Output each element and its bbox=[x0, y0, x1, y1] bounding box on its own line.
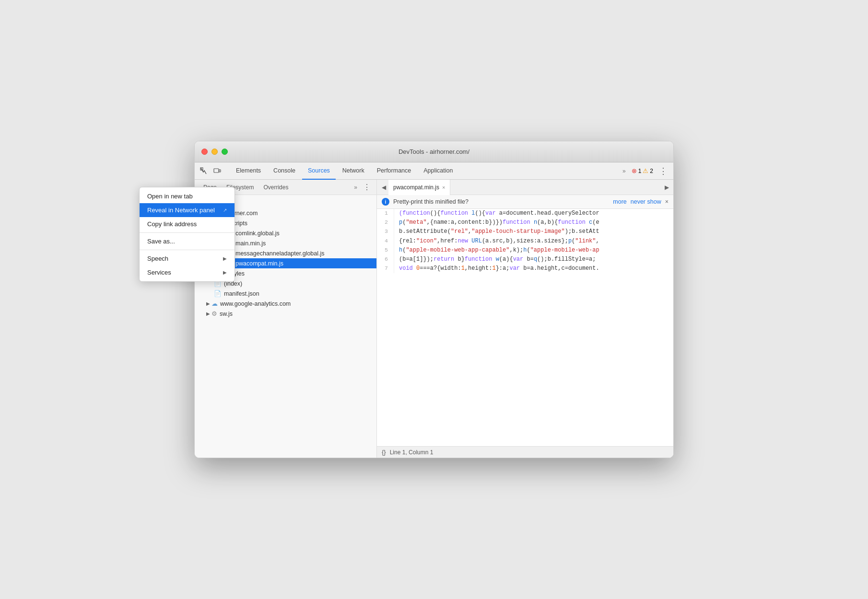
ctx-services[interactable]: Services ▶ bbox=[194, 265, 235, 279]
right-panel: ◀ pwacompat.min.js × ▶ i Pretty-print th… bbox=[377, 180, 673, 458]
code-line-7: 7 void 0===a?{width:1,height:1}:a;var b=… bbox=[377, 264, 673, 273]
code-line-1: 1 (function(){function l(){var a=documen… bbox=[377, 209, 673, 218]
code-text: b.setAttribute("rel","apple-touch-startu… bbox=[399, 227, 599, 236]
warn-count: 2 bbox=[650, 168, 653, 174]
tab-console[interactable]: Console bbox=[268, 162, 301, 180]
window-title: DevTools - airhorner.com/ bbox=[399, 148, 469, 155]
ctx-reveal-network[interactable]: Reveal in Network panel ↗ bbox=[194, 203, 235, 217]
pretty-links: more never show × bbox=[613, 198, 669, 205]
analytics-label: www.google-analytics.com bbox=[220, 300, 291, 307]
sub-tabs-menu[interactable]: ⋮ bbox=[361, 183, 373, 192]
comlink-label: comlink.global.js bbox=[235, 230, 280, 237]
pretty-print-bar: i Pretty-print this minified file? more … bbox=[377, 195, 673, 209]
line-number: 2 bbox=[377, 218, 394, 227]
tab-sources[interactable]: Sources bbox=[302, 162, 336, 180]
tab-elements[interactable]: Elements bbox=[230, 162, 267, 180]
code-text: {rel:"icon",href:new URL(a.src,b),sizes:… bbox=[399, 237, 599, 246]
code-area: 1 (function(){function l(){var a=documen… bbox=[377, 209, 673, 446]
code-line-6: 6 (b=a[1]});return b}function w(a){var b… bbox=[377, 255, 673, 264]
close-button[interactable] bbox=[201, 149, 208, 155]
tree-item-analytics[interactable]: ▶ ☁ www.google-analytics.com bbox=[195, 299, 376, 309]
tab-performance[interactable]: Performance bbox=[371, 162, 417, 180]
sw-label: sw.js bbox=[220, 311, 233, 317]
more-tabs-button[interactable]: » bbox=[621, 168, 628, 174]
arrow-icon: ▶ bbox=[206, 301, 210, 306]
pretty-print-message: Pretty-print this minified file? bbox=[393, 198, 469, 205]
inspect-icon[interactable] bbox=[199, 166, 209, 176]
ctx-separator-2 bbox=[194, 250, 235, 250]
code-text: h("apple-mobile-web-app-capable",k);h("a… bbox=[399, 246, 599, 255]
info-icon: i bbox=[382, 198, 389, 206]
ctx-open-new-tab[interactable]: Open in new tab bbox=[194, 189, 235, 203]
tab-icon-group bbox=[199, 166, 223, 176]
pretty-print-never-link[interactable]: never show bbox=[631, 198, 661, 205]
status-position: Line 1, Column 1 bbox=[390, 449, 434, 456]
code-line-3: 3 b.setAttribute("rel","apple-touch-star… bbox=[377, 227, 673, 236]
status-bar: {} Line 1, Column 1 bbox=[377, 446, 673, 458]
tree-item-manifest[interactable]: 📄 manifest.json bbox=[195, 288, 376, 299]
sub-tabs-right: » ⋮ bbox=[352, 183, 373, 192]
more-sub-tabs[interactable]: » bbox=[352, 184, 359, 191]
tree-item-sw[interactable]: ▶ ⚙ sw.js bbox=[195, 309, 376, 319]
error-count: 1 bbox=[638, 168, 642, 174]
ctx-save-as[interactable]: Save as... bbox=[194, 234, 235, 248]
devtools-window: DevTools - airhorner.com/ Elements Conso… bbox=[194, 141, 674, 458]
line-number: 4 bbox=[377, 237, 394, 246]
line-number: 7 bbox=[377, 264, 394, 273]
cursor-glyph: ↗ bbox=[223, 207, 227, 213]
title-bar: DevTools - airhorner.com/ bbox=[195, 141, 673, 162]
code-text: p("meta",{name:a,content:b})})function n… bbox=[399, 218, 599, 227]
code-text: void 0===a?{width:1,height:1}:a;var b=a.… bbox=[399, 264, 599, 273]
code-line-5: 5 h("apple-mobile-web-app-capable",k);h(… bbox=[377, 246, 673, 255]
line-number: 1 bbox=[377, 209, 394, 218]
context-menu: Open in new tab Reveal in Network panel … bbox=[194, 187, 235, 282]
arrow-icon: ▶ bbox=[206, 311, 210, 316]
pretty-print-more-link[interactable]: more bbox=[613, 198, 626, 205]
svg-rect-2 bbox=[219, 170, 221, 172]
warn-icon: ⚠ bbox=[643, 167, 648, 174]
error-icon: ⊗ bbox=[632, 167, 637, 174]
code-text: (b=a[1]});return b}function w(a){var b=q… bbox=[399, 255, 596, 264]
file-tab-pwacompat[interactable]: pwacompat.min.js × bbox=[388, 180, 450, 195]
ctx-separator bbox=[194, 232, 235, 233]
file-tab-bar: ◀ pwacompat.min.js × ▶ bbox=[377, 180, 673, 195]
mca-label: messagechanneladapter.global.js bbox=[235, 250, 325, 257]
maximize-button[interactable] bbox=[222, 149, 228, 155]
device-icon[interactable] bbox=[212, 166, 223, 176]
tab-network[interactable]: Network bbox=[337, 162, 370, 180]
pretty-print-close-icon[interactable]: × bbox=[665, 198, 669, 205]
nav-back-icon[interactable]: ◀ bbox=[379, 183, 388, 192]
code-line-4: 4 {rel:"icon",href:new URL(a.src,b),size… bbox=[377, 237, 673, 246]
tabs-bar: Elements Console Sources Network Perform… bbox=[195, 162, 673, 180]
main-label: main.min.js bbox=[235, 240, 266, 247]
manifest-label: manifest.json bbox=[224, 290, 259, 297]
submenu-arrow-icon: ▶ bbox=[223, 256, 227, 261]
code-text: (function(){function l(){var a=document.… bbox=[399, 209, 599, 218]
file-tab-label: pwacompat.min.js bbox=[393, 184, 439, 191]
file-icon: 📄 bbox=[214, 290, 222, 297]
sub-tab-overrides[interactable]: Overrides bbox=[258, 180, 293, 195]
minimize-button[interactable] bbox=[211, 149, 218, 155]
line-number: 5 bbox=[377, 246, 394, 255]
tabs-right: » ⊗ 1 ⚠ 2 ⋮ bbox=[621, 166, 669, 176]
file-tab-bar-right: ▶ bbox=[662, 183, 671, 192]
pwacompat-label: pwacompat.min.js bbox=[235, 260, 283, 267]
main-content: Page Filesystem Overrides » ⋮ ▼ bbox=[195, 180, 673, 458]
svg-rect-1 bbox=[214, 169, 219, 173]
format-icon[interactable]: {} bbox=[382, 449, 386, 456]
tab-application[interactable]: Application bbox=[418, 162, 458, 180]
close-tab-icon[interactable]: × bbox=[442, 184, 445, 190]
traffic-lights bbox=[201, 149, 228, 155]
nav-right-icon[interactable]: ▶ bbox=[662, 183, 671, 192]
code-line-2: 2 p("meta",{name:a,content:b})})function… bbox=[377, 218, 673, 227]
line-number: 3 bbox=[377, 227, 394, 236]
ctx-copy-link[interactable]: Copy link address bbox=[194, 217, 235, 231]
line-number: 6 bbox=[377, 255, 394, 264]
submenu-arrow-icon: ▶ bbox=[223, 270, 227, 275]
devtools-menu-button[interactable]: ⋮ bbox=[657, 166, 669, 176]
error-badge: ⊗ 1 ⚠ 2 bbox=[632, 167, 653, 174]
ctx-speech[interactable]: Speech ▶ bbox=[194, 252, 235, 265]
